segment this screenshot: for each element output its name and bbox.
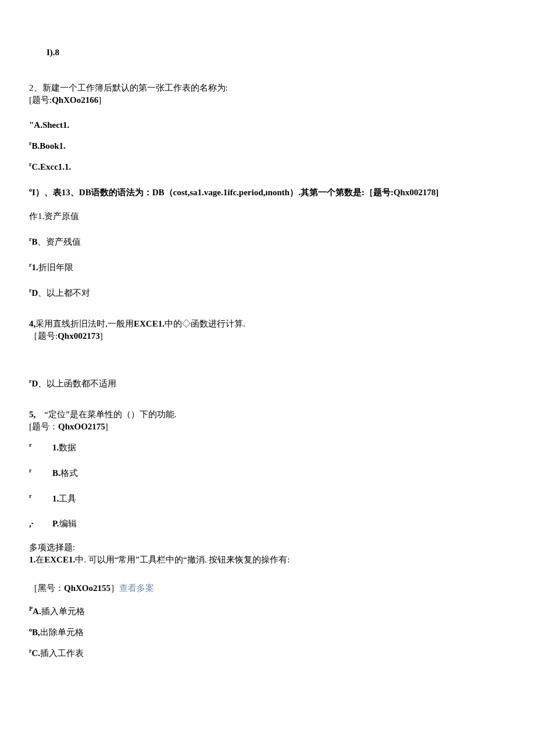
q4-prompt: 4,采用直线折旧法时,一般用EXCE1.中的◇函数进行计算.: [29, 318, 506, 330]
q5-option-b: rB.格式: [29, 467, 506, 479]
q4-block: 4,采用直线折旧法时,一般用EXCE1.中的◇函数进行计算. ［题号:Qhx00…: [29, 318, 506, 342]
q3-option-d: rD、以上都不对: [29, 286, 506, 299]
q3-prompt: oI）、表13、DB语数的语法为：DB（cost,sa1.vage.1ifc.p…: [29, 186, 506, 199]
q5-code: [题号：QhxOO2175]: [29, 421, 506, 433]
q1-option-d: I).8: [47, 46, 506, 59]
view-answer-link[interactable]: 查看多案: [119, 583, 154, 593]
q2-prompt: 2、新建一个工作簿后默认的第一张工作表的名称为:: [29, 82, 506, 94]
q4-option-d: rD、以上函数都不适用: [29, 377, 506, 390]
multi-q1-option-a: PA.插入单元格: [29, 605, 506, 618]
q5-option-d: ,·P.编辑: [29, 518, 506, 530]
q2-option-b: rB.Book1.: [29, 139, 506, 152]
q3-option-a: 作1.资产原值: [29, 210, 506, 223]
multi-q1-option-b: oB,出除单元格: [29, 626, 506, 639]
q4-code: ［题号:Qhx002173]: [29, 330, 506, 342]
q5-option-c: r1.工具: [29, 492, 506, 505]
q2-option-a: "A.Shect1.: [29, 119, 506, 131]
multi-q1-prompt: 1.在EXCE1.中. 可以用“常用”工具栏中的“撤消. 按钮来恢复的操作有:: [29, 554, 506, 566]
q5-option-a: r1.数据: [29, 441, 506, 454]
q3-option-c: r1.折旧年限: [29, 261, 506, 274]
q2-code: [题号:QhXOo2166]: [29, 94, 506, 106]
multi-q1-code: ［黑号：QhXOo2155］查看多案: [29, 582, 506, 594]
q2-option-c: rC.Excc1.1.: [29, 160, 506, 173]
q5-prompt: 5, “定位”是在菜单性的（）下的功能.: [29, 409, 506, 421]
q5-block: 5, “定位”是在菜单性的（）下的功能. [题号：QhxOO2175]: [29, 409, 506, 433]
q3-option-b: rB、资产残值: [29, 235, 506, 248]
q2-block: 2、新建一个工作簿后默认的第一张工作表的名称为: [题号:QhXOo2166]: [29, 82, 506, 106]
multi-header: 多项选择题:: [29, 542, 506, 554]
multi-q1-option-c: rC.插入工作表: [29, 647, 506, 660]
